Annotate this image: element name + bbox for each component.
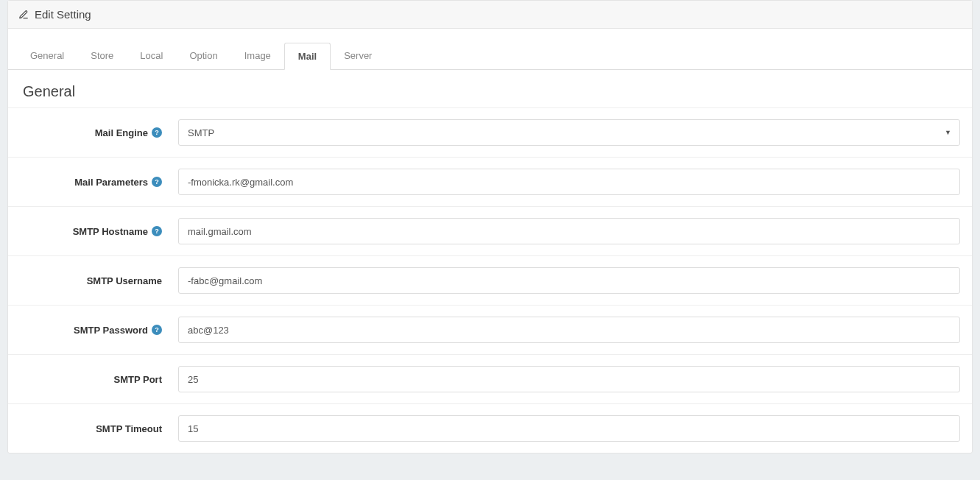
label-text-mail-engine: Mail Engine bbox=[95, 127, 148, 138]
row-smtp-password: SMTP Password ? bbox=[8, 306, 972, 355]
label-mail-parameters: Mail Parameters ? bbox=[20, 177, 178, 188]
tab-store[interactable]: Store bbox=[77, 43, 127, 70]
tab-mail[interactable]: Mail bbox=[284, 43, 331, 70]
label-mail-engine: Mail Engine ? bbox=[20, 127, 178, 138]
section-title: General bbox=[8, 70, 972, 108]
smtp-password-input[interactable] bbox=[178, 317, 960, 343]
help-icon[interactable]: ? bbox=[152, 127, 162, 138]
panel-title: Edit Setting bbox=[35, 8, 91, 21]
row-smtp-port: SMTP Port bbox=[8, 355, 972, 404]
panel-header: Edit Setting bbox=[8, 1, 972, 29]
label-smtp-port: SMTP Port bbox=[20, 374, 178, 385]
help-icon[interactable]: ? bbox=[152, 177, 162, 187]
row-mail-parameters: Mail Parameters ? bbox=[8, 158, 972, 207]
help-icon[interactable]: ? bbox=[152, 325, 162, 335]
tab-option[interactable]: Option bbox=[176, 43, 230, 70]
label-smtp-username: SMTP Username bbox=[20, 275, 178, 286]
label-text-smtp-password: SMTP Password bbox=[74, 325, 148, 336]
label-text-smtp-timeout: SMTP Timeout bbox=[96, 423, 162, 434]
smtp-port-input[interactable] bbox=[178, 366, 960, 392]
smtp-hostname-input[interactable] bbox=[178, 218, 960, 244]
smtp-timeout-input[interactable] bbox=[178, 415, 960, 442]
tab-image[interactable]: Image bbox=[231, 43, 284, 70]
row-smtp-username: SMTP Username bbox=[8, 256, 972, 306]
panel-body: General Store Local Option Image Mail Se… bbox=[8, 42, 972, 453]
help-icon[interactable]: ? bbox=[152, 226, 162, 236]
label-text-mail-parameters: Mail Parameters bbox=[74, 177, 148, 188]
row-smtp-timeout: SMTP Timeout bbox=[8, 404, 972, 453]
tab-server[interactable]: Server bbox=[331, 43, 385, 70]
tab-local[interactable]: Local bbox=[127, 43, 176, 70]
smtp-username-input[interactable] bbox=[178, 267, 960, 294]
edit-icon bbox=[18, 10, 29, 20]
label-text-smtp-port: SMTP Port bbox=[114, 374, 163, 385]
label-smtp-timeout: SMTP Timeout bbox=[20, 423, 178, 434]
label-smtp-hostname: SMTP Hostname ? bbox=[20, 226, 178, 237]
label-smtp-password: SMTP Password ? bbox=[20, 325, 178, 336]
mail-parameters-input[interactable] bbox=[178, 169, 960, 195]
tabs: General Store Local Option Image Mail Se… bbox=[8, 42, 972, 70]
row-smtp-hostname: SMTP Hostname ? bbox=[8, 207, 972, 256]
label-text-smtp-hostname: SMTP Hostname bbox=[73, 226, 148, 237]
settings-panel: Edit Setting General Store Local Option … bbox=[7, 0, 973, 453]
mail-engine-select[interactable]: SMTP bbox=[178, 119, 960, 146]
row-mail-engine: Mail Engine ? SMTP ▼ bbox=[8, 108, 972, 158]
tab-general[interactable]: General bbox=[17, 43, 77, 70]
label-text-smtp-username: SMTP Username bbox=[87, 275, 162, 286]
